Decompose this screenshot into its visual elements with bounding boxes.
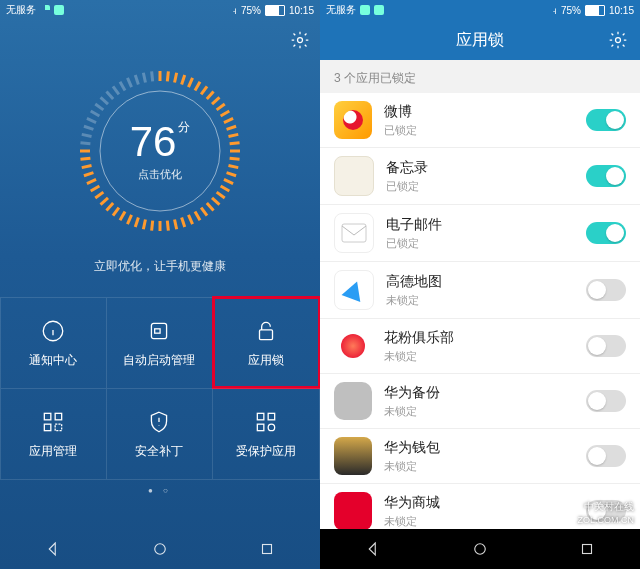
cell-label: 安全补丁	[135, 443, 183, 460]
app-icon-wallet	[334, 437, 372, 475]
gear-icon[interactable]	[290, 30, 310, 50]
cell-applock[interactable]: 应用锁	[213, 297, 320, 388]
nav-recent-icon[interactable]	[578, 540, 596, 558]
cell-label: 通知中心	[29, 352, 77, 369]
watermark: 中关村在线 ZOL.COM.CN	[567, 500, 634, 525]
svg-rect-81	[582, 545, 591, 554]
sync-icon	[54, 5, 64, 15]
app-status: 未锁定	[384, 349, 574, 364]
app-status: 未锁定	[384, 404, 574, 419]
grid-icon	[40, 409, 66, 435]
app-icon-club	[334, 327, 372, 365]
svg-rect-74	[257, 424, 264, 431]
toggle-club[interactable]	[586, 335, 626, 357]
svg-rect-72	[257, 413, 264, 420]
svg-rect-69	[55, 413, 61, 420]
svg-point-80	[475, 544, 486, 555]
app-icon-backup	[334, 382, 372, 420]
battery-text: 75%	[561, 5, 581, 16]
clock-text: 10:15	[289, 5, 314, 16]
app-name: 微博	[384, 103, 574, 121]
tap-optimize: 点击优化	[138, 167, 182, 182]
app-row-memo: 备忘录已锁定	[320, 148, 640, 205]
app-icon-memo	[334, 156, 374, 196]
svg-rect-73	[268, 413, 275, 420]
app-name: 高德地图	[386, 273, 574, 291]
cell-security[interactable]: 安全补丁	[107, 388, 214, 479]
app-status: 未锁定	[384, 459, 574, 474]
svg-point-0	[298, 38, 303, 43]
toggle-mail[interactable]	[586, 222, 626, 244]
app-row-mail: 电子邮件已锁定	[320, 205, 640, 262]
svg-rect-77	[262, 545, 271, 554]
status-bar: 无服务 ⫞ 75% 10:15	[0, 0, 320, 20]
svg-rect-65	[152, 323, 167, 338]
lock-icon	[253, 318, 279, 344]
toggle-map[interactable]	[586, 279, 626, 301]
nav-back-icon[interactable]	[364, 540, 382, 558]
shield-icon	[146, 409, 172, 435]
toggle-icon	[146, 318, 172, 344]
svg-rect-66	[155, 328, 160, 332]
info-icon	[40, 318, 66, 344]
cell-protected[interactable]: 受保护应用	[213, 388, 320, 479]
score-value: 76	[130, 118, 177, 165]
app-name: 华为备份	[384, 384, 574, 402]
section-label: 3 个应用已锁定	[320, 60, 640, 93]
app-list: 微博已锁定备忘录已锁定电子邮件已锁定高德地图未锁定花粉俱乐部未锁定华为备份未锁定…	[320, 93, 640, 539]
score-unit: 分	[178, 120, 190, 134]
cell-autostart[interactable]: 自动启动管理	[107, 297, 214, 388]
right-header: 应用锁	[320, 20, 640, 60]
toggle-wallet[interactable]	[586, 445, 626, 467]
battery-text: 75%	[241, 5, 261, 16]
gear-icon[interactable]	[608, 30, 628, 50]
svg-point-78	[616, 38, 621, 43]
apps-icon	[253, 409, 279, 435]
app-status: 未锁定	[386, 293, 574, 308]
app-name: 花粉俱乐部	[384, 329, 574, 347]
app-row-wallet: 华为钱包未锁定	[320, 429, 640, 484]
app-row-weibo: 微博已锁定	[320, 93, 640, 148]
cell-notifications[interactable]: 通知中心	[0, 297, 107, 388]
app-status: 已锁定	[384, 123, 574, 138]
cell-label: 应用锁	[248, 352, 284, 369]
toggle-memo[interactable]	[586, 165, 626, 187]
app-status: 已锁定	[386, 179, 574, 194]
nav-home-icon[interactable]	[151, 540, 169, 558]
nav-back-icon[interactable]	[44, 540, 62, 558]
nav-recent-icon[interactable]	[258, 540, 276, 558]
svg-point-76	[155, 544, 166, 555]
toggle-weibo[interactable]	[586, 109, 626, 131]
vibrate-icon: ⫞	[232, 5, 237, 16]
cell-appmgmt[interactable]: 应用管理	[0, 388, 107, 479]
svg-rect-71	[55, 424, 61, 431]
subtitle-text: 立即优化，让手机更健康	[94, 258, 226, 275]
app-icon-weibo	[334, 101, 372, 139]
cell-label: 受保护应用	[236, 443, 296, 460]
nav-home-icon[interactable]	[471, 540, 489, 558]
app-icon-map	[334, 270, 374, 310]
app-row-backup: 华为备份未锁定	[320, 374, 640, 429]
app-name: 华为商城	[384, 494, 574, 512]
wifi-icon	[360, 5, 370, 15]
toggle-backup[interactable]	[586, 390, 626, 412]
svg-rect-67	[260, 329, 273, 339]
cell-label: 自动启动管理	[123, 352, 195, 369]
carrier-text: 无服务	[6, 3, 36, 17]
sync-icon	[374, 5, 384, 15]
app-name: 电子邮件	[386, 216, 574, 234]
app-row-map: 高德地图未锁定	[320, 262, 640, 319]
app-status: 未锁定	[384, 514, 574, 529]
clock-text: 10:15	[609, 5, 634, 16]
carrier-text: 无服务	[326, 3, 356, 17]
score-dial[interactable]: 76分 点击优化	[75, 66, 245, 236]
svg-rect-68	[45, 413, 52, 420]
cell-label: 应用管理	[29, 443, 77, 460]
svg-rect-70	[45, 424, 52, 431]
svg-point-75	[268, 424, 275, 431]
page-dots: ● ○	[0, 486, 320, 495]
status-bar: 无服务 ⫞ 75% 10:15	[320, 0, 640, 20]
vibrate-icon: ⫞	[552, 5, 557, 16]
battery-icon	[265, 5, 285, 16]
feature-grid: 通知中心 自动启动管理 应用锁 应用管理 安全补丁 受保护应用	[0, 297, 320, 480]
